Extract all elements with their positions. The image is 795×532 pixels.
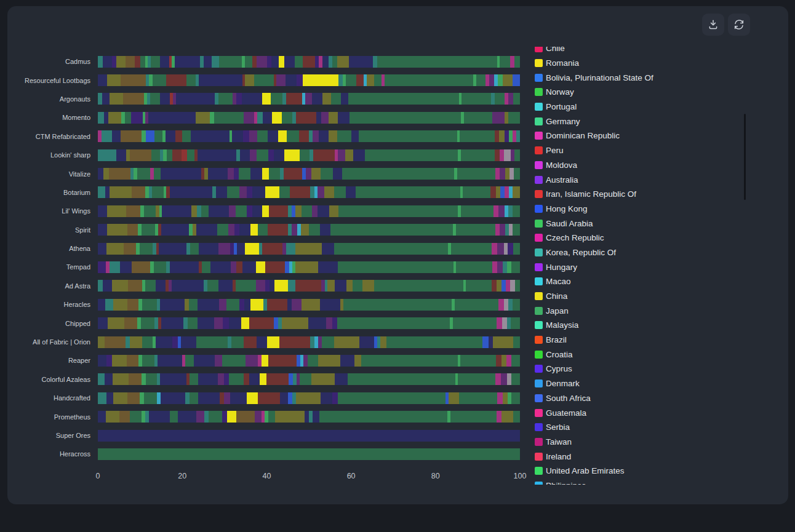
bar-segment[interactable] bbox=[227, 186, 240, 198]
legend-item[interactable]: Denmark bbox=[535, 376, 747, 391]
bar-segment[interactable] bbox=[198, 392, 220, 404]
bar-segment[interactable] bbox=[109, 168, 130, 180]
bar-segment[interactable] bbox=[329, 112, 338, 124]
bar-segment[interactable] bbox=[456, 224, 495, 236]
bar-segment[interactable] bbox=[186, 74, 196, 86]
bar-segment[interactable] bbox=[107, 74, 121, 86]
bar-segment[interactable] bbox=[182, 149, 187, 161]
bar-segment[interactable] bbox=[464, 112, 492, 124]
download-button[interactable] bbox=[702, 14, 724, 36]
bar-segment[interactable] bbox=[385, 74, 473, 86]
bar-segment[interactable] bbox=[161, 168, 201, 180]
bar-segment[interactable] bbox=[300, 373, 311, 385]
refresh-button[interactable] bbox=[728, 14, 750, 36]
bar-segment[interactable] bbox=[140, 243, 153, 255]
bar-segment[interactable] bbox=[172, 149, 182, 161]
bar-segment[interactable] bbox=[377, 56, 497, 68]
bar-segment[interactable] bbox=[270, 280, 274, 292]
bar-segment[interactable] bbox=[279, 336, 310, 348]
bar-segment[interactable] bbox=[354, 355, 361, 367]
legend-item[interactable]: Cyprus bbox=[535, 362, 747, 376]
bar-segment[interactable] bbox=[153, 74, 166, 86]
bar-segment[interactable] bbox=[214, 317, 223, 329]
bar-segment[interactable] bbox=[274, 149, 284, 161]
bar-segment[interactable] bbox=[130, 411, 142, 423]
bar-segment[interactable] bbox=[285, 261, 289, 273]
bar-segment[interactable] bbox=[160, 299, 185, 311]
bar-segment[interactable] bbox=[515, 280, 520, 292]
bar-segment[interactable] bbox=[485, 74, 490, 86]
bar-segment[interactable] bbox=[495, 130, 499, 142]
bar-segment[interactable] bbox=[321, 168, 333, 180]
bar-segment[interactable] bbox=[190, 392, 198, 404]
bar-segment[interactable] bbox=[504, 149, 510, 161]
bar-segment[interactable] bbox=[191, 205, 197, 217]
bar-segment[interactable] bbox=[356, 74, 364, 86]
bar-segment[interactable] bbox=[511, 261, 520, 273]
bar-segment[interactable] bbox=[172, 280, 204, 292]
bar-segment[interactable] bbox=[244, 373, 249, 385]
bar-segment[interactable] bbox=[142, 224, 156, 236]
bar-segment[interactable] bbox=[151, 149, 160, 161]
bar-segment[interactable] bbox=[98, 373, 105, 385]
bar-segment[interactable] bbox=[313, 149, 335, 161]
bar-segment[interactable] bbox=[175, 56, 200, 68]
bar-segment[interactable] bbox=[107, 205, 126, 217]
bar-segment[interactable] bbox=[166, 130, 175, 142]
bar-segment[interactable] bbox=[102, 130, 112, 142]
legend-item[interactable]: Bolivia, Plurinational State Of bbox=[535, 70, 747, 85]
legend-item[interactable]: Germany bbox=[535, 114, 747, 129]
bar-segment[interactable] bbox=[302, 205, 312, 217]
bar-segment[interactable] bbox=[132, 186, 145, 198]
legend-item[interactable]: Serbia bbox=[535, 420, 747, 435]
bar-segment[interactable] bbox=[262, 243, 282, 255]
bar-segment[interactable] bbox=[161, 224, 189, 236]
bar-segment[interactable] bbox=[497, 317, 502, 329]
bar-segment[interactable] bbox=[516, 130, 520, 142]
bar-segment[interactable] bbox=[269, 168, 280, 180]
bar-segment[interactable] bbox=[482, 336, 488, 348]
bar-segment[interactable] bbox=[498, 74, 502, 86]
bar-segment[interactable] bbox=[218, 243, 230, 255]
bar-segment[interactable] bbox=[112, 130, 121, 142]
bar-segment[interactable] bbox=[106, 411, 119, 423]
bar-segment[interactable] bbox=[239, 186, 247, 198]
bar-segment[interactable] bbox=[263, 112, 273, 124]
bar-segment[interactable] bbox=[320, 299, 340, 311]
bar-segment[interactable] bbox=[257, 130, 268, 142]
bar-segment[interactable] bbox=[262, 205, 269, 217]
bar-segment[interactable] bbox=[113, 299, 127, 311]
bar-segment[interactable] bbox=[282, 112, 292, 124]
bar-segment[interactable] bbox=[297, 74, 303, 86]
bar-segment[interactable] bbox=[198, 149, 237, 161]
legend-item[interactable]: Malaysia bbox=[535, 318, 747, 333]
bar-segment[interactable] bbox=[249, 130, 257, 142]
bar-segment[interactable] bbox=[326, 317, 332, 329]
bar-segment[interactable] bbox=[267, 56, 272, 68]
bar-segment[interactable] bbox=[244, 336, 256, 348]
bar-segment[interactable] bbox=[268, 130, 278, 142]
bar-segment[interactable] bbox=[503, 261, 507, 273]
bar-segment[interactable] bbox=[98, 93, 102, 105]
bar-segment[interactable] bbox=[98, 448, 520, 460]
bar-segment[interactable] bbox=[514, 149, 520, 161]
bar-segment[interactable] bbox=[501, 355, 506, 367]
bar-segment[interactable] bbox=[316, 112, 322, 124]
bar-segment[interactable] bbox=[318, 261, 337, 273]
bar-segment[interactable] bbox=[348, 93, 460, 105]
bar-segment[interactable] bbox=[236, 280, 255, 292]
bar-segment[interactable] bbox=[106, 392, 113, 404]
legend-item[interactable]: Romania bbox=[535, 56, 747, 71]
bar-segment[interactable] bbox=[274, 280, 289, 292]
bar-segment[interactable] bbox=[353, 280, 362, 292]
bar-segment[interactable] bbox=[296, 392, 321, 404]
bar-segment[interactable] bbox=[154, 130, 162, 142]
bar-segment[interactable] bbox=[110, 93, 123, 105]
bar-segment[interactable] bbox=[351, 130, 359, 142]
bar-segment[interactable] bbox=[305, 411, 309, 423]
bar-segment[interactable] bbox=[459, 392, 497, 404]
bar-segment[interactable] bbox=[232, 130, 243, 142]
bar-segment[interactable] bbox=[108, 112, 121, 124]
bar-segment[interactable] bbox=[209, 205, 230, 217]
bar-segment[interactable] bbox=[197, 205, 201, 217]
